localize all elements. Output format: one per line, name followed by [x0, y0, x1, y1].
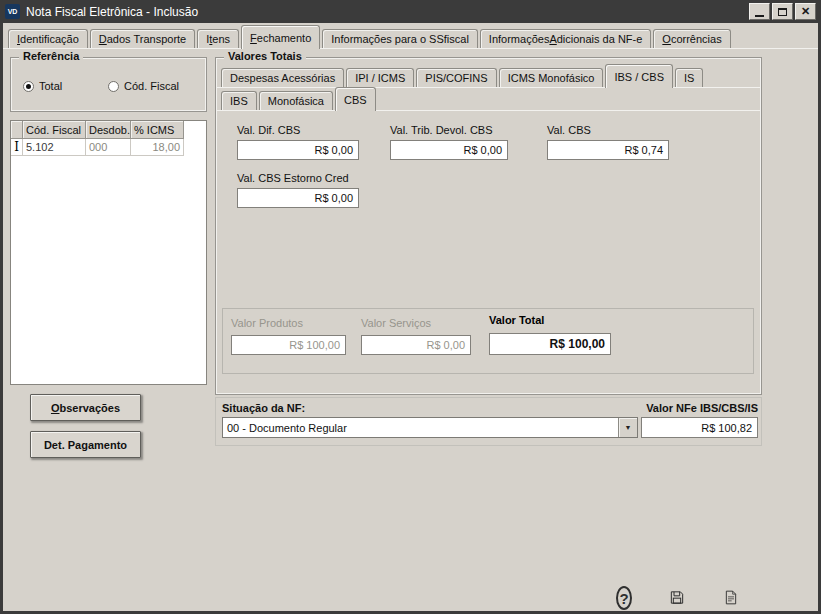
cod-fiscal-grid[interactable]: Cód. Fiscal Desdob. % ICMS I 5.102 000 1…: [10, 120, 207, 385]
close-button[interactable]: ✕: [795, 3, 816, 20]
tab-despesas-acessorias[interactable]: Despesas Acessórias: [221, 68, 344, 87]
tab-ocorrencias[interactable]: Ocorrências: [653, 29, 730, 48]
radio-cod-fiscal-label: Cód. Fiscal: [124, 80, 179, 92]
grid-header-row: Cód. Fiscal Desdob. % ICMS: [11, 121, 206, 139]
tab-informacoes-ssfiscal[interactable]: Informações para o SSfiscal: [322, 29, 478, 48]
grid-cell-cod-fiscal: 5.102: [23, 139, 86, 156]
tab-content-edge: [3, 48, 818, 49]
tab-informacoes-adicionais-nfe[interactable]: Informações Adicionais da NF-e: [480, 29, 651, 48]
chevron-down-icon: ▼: [625, 424, 632, 431]
window-frame: [0, 0, 3, 614]
radio-icon: [108, 81, 119, 92]
window-title: Nota Fiscal Eletrônica - Inclusão: [26, 5, 747, 19]
tab-label: IPI / ICMS: [355, 72, 405, 84]
valor-total-label: Valor Total: [489, 314, 544, 326]
document-icon: [723, 584, 739, 611]
dropdown-button[interactable]: ▼: [618, 418, 637, 437]
grid-cell-icms: 18,00: [131, 139, 184, 156]
grid-header-indicator: [11, 121, 23, 139]
tab-label-part: D: [99, 33, 107, 45]
tab-ipi-icms[interactable]: IPI / ICMS: [346, 68, 414, 87]
situacao-nf-select[interactable]: 00 - Documento Regular ▼: [222, 417, 638, 438]
val-trib-devol-cbs-field[interactable]: R$ 0,00: [390, 140, 508, 160]
val-cbs-estorno-cred-field[interactable]: R$ 0,00: [237, 188, 359, 208]
radio-total-label: Total: [39, 80, 62, 92]
grid-row[interactable]: I 5.102 000 18,00: [11, 139, 206, 156]
tab-label-part: echamento: [257, 32, 311, 44]
situacao-nf-value: 00 - Documento Regular: [223, 418, 618, 437]
tab-label-part: dentificação: [20, 33, 79, 45]
val-trib-devol-cbs-label: Val. Trib. Devol. CBS: [390, 124, 493, 136]
ibs-cbs-subtabstrip: IBS Monofásica CBS: [221, 88, 378, 110]
tab-label: Despesas Acessórias: [230, 72, 335, 84]
tab-label: ICMS Monofásico: [508, 72, 595, 84]
valor-produtos-label: Valor Produtos: [231, 317, 303, 329]
radio-cod-fiscal[interactable]: Cód. Fiscal: [108, 80, 179, 92]
tab-content-edge: [217, 110, 760, 111]
tab-label-part: ados Transporte: [107, 33, 187, 45]
totais-panel: Valor Produtos R$ 100,00 Valor Serviços …: [222, 308, 754, 374]
subtab-ibs[interactable]: IBS: [221, 91, 257, 110]
val-dif-cbs-field[interactable]: R$ 0,00: [237, 140, 359, 160]
save-button[interactable]: [663, 583, 691, 611]
tab-label-part: A: [549, 33, 556, 45]
nfe-document-button[interactable]: [717, 583, 745, 611]
tab-label: IS: [684, 72, 694, 84]
val-dif-cbs-label: Val. Dif. CBS: [237, 124, 300, 136]
tab-label-part: Informações: [489, 33, 550, 45]
grid-header-icms: % ICMS: [131, 121, 184, 139]
subtab-monofasica[interactable]: Monofásica: [259, 91, 333, 110]
tab-icms-monofasico[interactable]: ICMS Monofásico: [499, 68, 604, 87]
tab-dados-transporte[interactable]: Dados Transporte: [90, 29, 195, 48]
situacao-panel: Situação da NF: 00 - Documento Regular ▼…: [215, 397, 762, 446]
observacoes-button[interactable]: Observações: [30, 394, 141, 421]
tab-ibs-cbs[interactable]: IBS / CBS: [605, 64, 673, 88]
det-pagamento-button[interactable]: Det. Pagamento: [30, 431, 141, 458]
radio-total[interactable]: Total: [23, 80, 62, 92]
tab-is[interactable]: IS: [675, 68, 703, 87]
val-cbs-field[interactable]: R$ 0,74: [547, 140, 669, 160]
valor-total-field: R$ 100,00: [489, 333, 611, 355]
radio-icon: [23, 81, 34, 92]
tab-label: IBS / CBS: [614, 71, 664, 83]
grid-cell-filler: [184, 139, 206, 156]
tab-fechamento[interactable]: Fechamento: [241, 25, 320, 49]
val-cbs-label: Val. CBS: [547, 124, 591, 136]
tab-label-part: corrências: [671, 33, 722, 45]
tab-label-part: ens: [212, 33, 230, 45]
tab-pis-cofins[interactable]: PIS/COFINS: [416, 68, 496, 87]
referencia-groupbox: Referência Total Cód. Fiscal: [10, 57, 207, 112]
row-indicator-cell: I: [11, 139, 23, 156]
grid-cell-desdob: 000: [86, 139, 131, 156]
valor-nfe-ibs-cbs-is-label: Valor NFe IBS/CBS/IS: [641, 402, 758, 414]
val-cbs-estorno-cred-label: Val. CBS Estorno Cred: [237, 172, 349, 184]
valor-nfe-ibs-cbs-is-field[interactable]: R$ 100,82: [641, 417, 758, 438]
button-label-part: bservações: [60, 402, 121, 414]
close-icon: ✕: [801, 6, 810, 17]
valores-tabstrip: Despesas Acessórias IPI / ICMS PIS/COFIN…: [221, 64, 705, 87]
vd-app-icon: VD: [5, 4, 20, 19]
tab-label-part: dicionais da NF-e: [557, 33, 643, 45]
tab-label: IBS: [230, 95, 248, 107]
valor-servicos-label: Valor Serviços: [361, 317, 431, 329]
maximize-icon: [778, 8, 787, 16]
tab-label: Monofásica: [268, 95, 324, 107]
grid-header-filler: [184, 121, 206, 139]
minimize-icon: [755, 15, 764, 17]
minimize-button[interactable]: [749, 3, 770, 20]
titlebar[interactable]: VD Nota Fiscal Eletrônica - Inclusão ✕: [0, 0, 821, 23]
situacao-nf-label: Situação da NF:: [222, 402, 305, 414]
window: VD Nota Fiscal Eletrônica - Inclusão ✕ I…: [0, 0, 821, 614]
save-floppy-icon: [669, 584, 685, 611]
help-button[interactable]: ?: [610, 584, 638, 612]
main-tabstrip: Identificação Dados Transporte Itens Fec…: [8, 25, 733, 48]
subtab-cbs[interactable]: CBS: [335, 87, 376, 111]
valores-totais-caption: Valores Totais: [224, 50, 306, 62]
tab-itens[interactable]: Itens: [197, 29, 239, 48]
tab-label-part: Informações para o SSfiscal: [331, 33, 469, 45]
tab-label: PIS/COFINS: [425, 72, 487, 84]
maximize-button[interactable]: [772, 3, 793, 20]
valor-servicos-field: R$ 0,00: [361, 335, 471, 355]
button-label-part: O: [51, 402, 60, 414]
tab-identificacao[interactable]: Identificação: [8, 29, 88, 48]
